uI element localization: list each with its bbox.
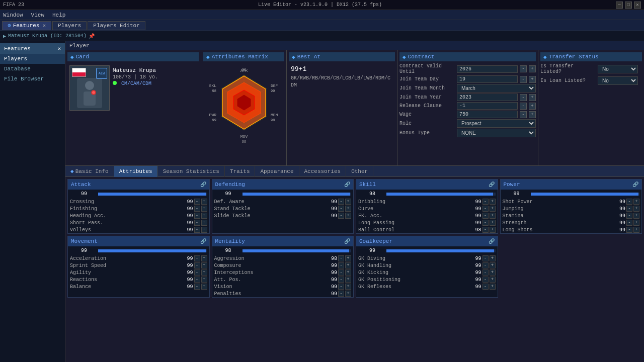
def-aware-minus[interactable]: -	[338, 199, 344, 205]
tab-appearance[interactable]: Appearance	[255, 166, 299, 177]
slide-tackle-plus[interactable]: +	[345, 213, 351, 219]
heading-minus[interactable]: -	[194, 213, 200, 219]
gk-reflexes-minus[interactable]: -	[482, 284, 489, 290]
gk-handling-minus[interactable]: -	[482, 262, 489, 268]
aggression-plus[interactable]: +	[345, 255, 351, 261]
valid-minus[interactable]: -	[520, 65, 527, 72]
long-shots-minus[interactable]: -	[626, 227, 632, 233]
reactions-plus[interactable]: +	[201, 277, 207, 283]
att-pos-minus[interactable]: -	[338, 277, 344, 283]
ball-control-plus[interactable]: +	[490, 227, 496, 233]
pin-icon[interactable]: 📌	[89, 33, 95, 39]
wage-minus[interactable]: -	[520, 111, 527, 118]
gk-kicking-minus[interactable]: -	[482, 269, 489, 276]
crossing-plus[interactable]: +	[201, 199, 207, 205]
year-plus[interactable]: +	[529, 94, 536, 101]
shortpass-minus[interactable]: -	[194, 220, 200, 226]
agility-minus[interactable]: -	[194, 269, 200, 276]
finishing-plus[interactable]: +	[201, 206, 207, 212]
vision-plus[interactable]: +	[345, 284, 351, 290]
penalties-plus[interactable]: +	[345, 291, 351, 297]
att-pos-plus[interactable]: +	[345, 277, 351, 283]
acceleration-minus[interactable]: -	[194, 255, 200, 261]
long-passing-minus[interactable]: -	[482, 220, 489, 226]
tab-season-stats[interactable]: Season Statistics	[158, 166, 225, 177]
sidebar-item-file-browser[interactable]: File Browser	[0, 74, 65, 84]
shortpass-plus[interactable]: +	[201, 220, 207, 226]
release-plus[interactable]: +	[529, 103, 536, 110]
aggression-minus[interactable]: -	[338, 255, 344, 261]
select-loan-listed[interactable]: NoYes	[598, 76, 638, 85]
tab-features[interactable]: ⚙ Features ✕	[2, 21, 51, 30]
tab-basic-info[interactable]: ◆ Basic Info	[65, 166, 114, 177]
finishing-minus[interactable]: -	[194, 206, 200, 212]
vision-minus[interactable]: -	[338, 284, 344, 290]
gk-diving-plus[interactable]: +	[490, 255, 496, 261]
interceptions-minus[interactable]: -	[338, 269, 344, 276]
curve-minus[interactable]: -	[482, 206, 489, 212]
stamina-plus[interactable]: +	[633, 213, 639, 219]
year-minus[interactable]: -	[520, 94, 527, 101]
wage-plus[interactable]: +	[529, 111, 536, 118]
long-passing-plus[interactable]: +	[490, 220, 496, 226]
close-button[interactable]: ✕	[634, 2, 641, 9]
shot-power-minus[interactable]: -	[626, 199, 632, 205]
sprint-speed-plus[interactable]: +	[201, 262, 207, 268]
tab-players[interactable]: Players	[52, 21, 87, 30]
balance-plus[interactable]: +	[201, 284, 207, 290]
valid-plus[interactable]: +	[529, 65, 536, 72]
menu-window[interactable]: Window	[3, 12, 23, 18]
gk-handling-plus[interactable]: +	[490, 262, 496, 268]
power-icon[interactable]: 🔗	[632, 182, 638, 188]
acceleration-plus[interactable]: +	[201, 255, 207, 261]
minimize-button[interactable]: ─	[616, 2, 623, 9]
reactions-minus[interactable]: -	[194, 277, 200, 283]
sidebar-close-icon[interactable]: ✕	[57, 45, 61, 52]
select-month[interactable]: March	[457, 84, 536, 93]
stamina-minus[interactable]: -	[626, 213, 632, 219]
dribbling-minus[interactable]: -	[482, 199, 489, 205]
composure-plus[interactable]: +	[345, 262, 351, 268]
ball-control-minus[interactable]: -	[482, 227, 489, 233]
interceptions-plus[interactable]: +	[345, 269, 351, 276]
maximize-button[interactable]: □	[625, 2, 632, 9]
gk-kicking-plus[interactable]: +	[490, 269, 496, 276]
movement-icon[interactable]: 🔗	[200, 238, 206, 244]
day-minus[interactable]: -	[520, 76, 527, 83]
dribbling-plus[interactable]: +	[490, 199, 496, 205]
select-transfer-listed[interactable]: NoYes	[598, 65, 638, 73]
slide-tackle-minus[interactable]: -	[338, 213, 344, 219]
sidebar-item-database[interactable]: Database	[0, 64, 65, 74]
select-bonus[interactable]: NONE	[457, 129, 536, 137]
volleys-minus[interactable]: -	[194, 227, 200, 233]
menu-help[interactable]: Help	[52, 12, 65, 18]
tab-traits[interactable]: Traits	[225, 166, 256, 177]
menu-view[interactable]: View	[31, 12, 44, 18]
shot-power-plus[interactable]: +	[633, 199, 639, 205]
tab-players-editor[interactable]: Players Editor	[88, 21, 145, 30]
heading-plus[interactable]: +	[201, 213, 207, 219]
gk-diving-minus[interactable]: -	[482, 255, 489, 261]
stand-tackle-plus[interactable]: +	[345, 206, 351, 212]
tab-attributes[interactable]: Attributes	[114, 166, 158, 177]
long-shots-plus[interactable]: +	[633, 227, 639, 233]
mentality-icon[interactable]: 🔗	[344, 238, 350, 244]
strength-minus[interactable]: -	[626, 220, 632, 226]
penalties-minus[interactable]: -	[338, 291, 344, 297]
curve-plus[interactable]: +	[490, 206, 496, 212]
fk-acc-minus[interactable]: -	[482, 213, 489, 219]
balance-minus[interactable]: -	[194, 284, 200, 290]
strength-plus[interactable]: +	[633, 220, 639, 226]
composure-minus[interactable]: -	[338, 262, 344, 268]
def-aware-plus[interactable]: +	[345, 199, 351, 205]
tab-other[interactable]: Other	[346, 166, 373, 177]
defending-icon[interactable]: 🔗	[344, 182, 350, 188]
sidebar-item-players[interactable]: Players	[0, 54, 65, 64]
gk-positioning-plus[interactable]: +	[490, 277, 496, 283]
goalkeeper-icon[interactable]: 🔗	[489, 238, 495, 244]
fk-acc-plus[interactable]: +	[490, 213, 496, 219]
jumping-minus[interactable]: -	[626, 206, 632, 212]
gk-positioning-minus[interactable]: -	[482, 277, 489, 283]
volleys-plus[interactable]: +	[201, 227, 207, 233]
attack-icon[interactable]: 🔗	[200, 182, 206, 188]
